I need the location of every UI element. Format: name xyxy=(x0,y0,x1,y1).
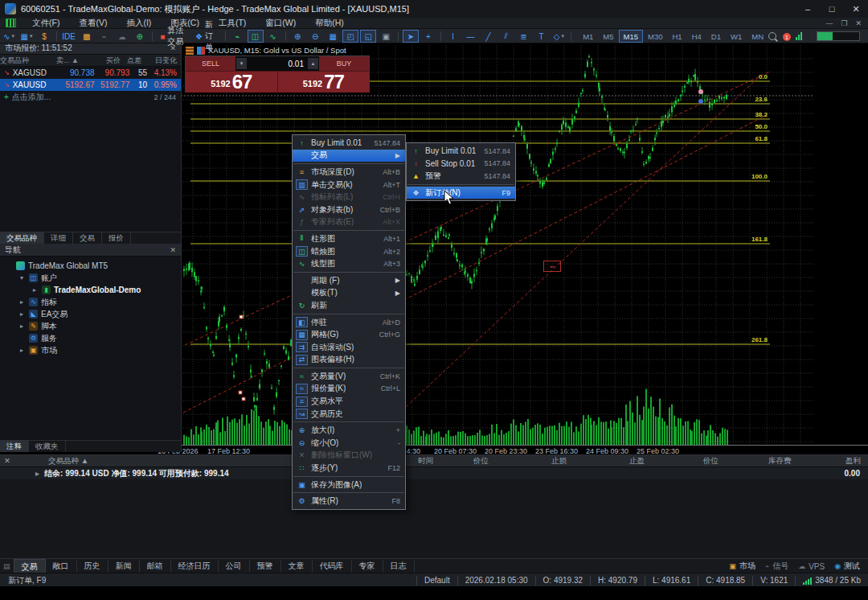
toolbox-column-止损[interactable]: 止损 xyxy=(551,456,567,466)
menu-item-图表偏移(H)[interactable]: ⇄图表偏移(H) xyxy=(293,354,405,367)
expand-icon[interactable]: ▸ xyxy=(18,298,26,306)
toolbox-tab-公司[interactable]: 公司 xyxy=(219,560,250,573)
quotes-button[interactable]: ◫ xyxy=(248,30,264,43)
zoom-in-button[interactable]: ⊕ xyxy=(289,30,305,43)
sell-price[interactable]: 5192 67 xyxy=(186,72,277,92)
crosshair-button[interactable]: + xyxy=(420,30,436,43)
timeframe-H4[interactable]: H4 xyxy=(687,30,706,43)
chart-area[interactable]: XAUUSD, M15: Gold vs US Dollar / Spot SE… xyxy=(181,42,868,455)
collapse-icon[interactable]: ▾ xyxy=(18,274,26,282)
arrange-window-button[interactable]: ◰ xyxy=(342,30,358,43)
menu-item-停驻[interactable]: ◧停驻Alt+D xyxy=(293,316,405,329)
fibonacci-button[interactable]: ≣ xyxy=(515,30,531,43)
navigator-item-TradeMax Global MT5[interactable]: TradeMax Global MT5 xyxy=(0,260,181,272)
toolbox-tab-交易[interactable]: 交易 xyxy=(14,559,46,573)
cursor-button[interactable]: ➤ xyxy=(403,30,419,43)
menu-文件(F)[interactable]: 文件(F) xyxy=(23,18,69,29)
toolbox-tab-邮箱[interactable]: 邮箱 xyxy=(140,560,171,573)
menu-item-柱形图[interactable]: ⫴柱形图Alt+1 xyxy=(293,232,405,245)
depth-chart-button[interactable]: ∿ xyxy=(265,30,281,43)
chart-object-label[interactable]: ▪▪ xyxy=(543,261,561,272)
community-button[interactable]: ⊕ xyxy=(132,30,148,43)
menu-查看(V)[interactable]: 查看(V) xyxy=(69,18,117,29)
toolbox-tab-代码库[interactable]: 代码库 xyxy=(313,560,352,573)
utility-button-VPS[interactable]: ☁VPS xyxy=(798,562,825,571)
new-order-button[interactable]: ❖新订单 xyxy=(191,30,221,43)
expand-icon[interactable]: ▸ xyxy=(18,310,26,318)
minimize-button[interactable]: – xyxy=(796,0,820,18)
toolbox-column-库存费[interactable]: 库存费 xyxy=(768,456,792,466)
menu-item-属性(R)[interactable]: ⚙属性(R)F8 xyxy=(293,495,405,508)
menu-item-交易水平[interactable]: ≡交易水平 xyxy=(293,395,405,408)
tick-chart-button[interactable]: ⌁ xyxy=(230,30,246,43)
menu-item-缩小(O)[interactable]: ⊖缩小(O)- xyxy=(293,437,405,450)
menu-item-指标列表(L)[interactable]: ∿指标列表(L)Ctrl+I xyxy=(293,191,405,203)
close-button[interactable]: ✕ xyxy=(844,0,868,18)
menu-item-网格(G)[interactable]: ▦网格(G)Ctrl+G xyxy=(293,328,405,341)
one-click-trading-icon[interactable] xyxy=(197,47,205,55)
menu-item-Buy Limit 0.01[interactable]: ↑Buy Limit 0.015147.84 xyxy=(293,137,405,150)
navigator-item-服务[interactable]: ⚙服务 xyxy=(0,332,181,344)
timeframe-M1[interactable]: M1 xyxy=(578,30,598,43)
dock-handle-icon[interactable]: ▤ xyxy=(0,562,14,570)
sell-button[interactable]: SELL xyxy=(186,56,235,71)
timeframe-MN[interactable]: MN xyxy=(747,30,768,43)
utility-button-信号[interactable]: ⌁信号 xyxy=(765,561,788,572)
lock-icon[interactable]: ▩ xyxy=(79,30,95,43)
menu-item-删除指标窗口(W)[interactable]: ✕删除指标窗口(W) xyxy=(293,450,405,462)
navigator-item-TradeMaxGlobal-Demo[interactable]: ▸▮TradeMaxGlobal-Demo xyxy=(0,284,181,296)
market-watch-tab-详细[interactable]: 详细 xyxy=(44,232,73,244)
toolbox-column-价位[interactable]: 价位 xyxy=(703,456,719,466)
market-watch-columns[interactable]: 交易品种卖... ▲买价点差日变化 xyxy=(0,55,181,67)
horizontal-line-button[interactable]: — xyxy=(462,30,478,43)
signal-icon[interactable]: ⌁ xyxy=(96,30,113,43)
screenshot-button[interactable]: ▣ xyxy=(378,30,394,43)
menu-帮助(H)[interactable]: 帮助(H) xyxy=(305,18,354,29)
volume-decrease-button[interactable]: ▾ xyxy=(236,58,247,69)
navigator-item-指标[interactable]: ▸∿指标 xyxy=(0,296,181,308)
toolbox-tab-历史[interactable]: 历史 xyxy=(77,560,108,573)
menu-item-模板(T)[interactable]: 模板(T)▶ xyxy=(293,287,405,300)
symbols-button[interactable]: $ xyxy=(36,30,52,43)
cascade-window-button[interactable]: ◱ xyxy=(360,30,376,43)
market-watch-row-XAGUSD[interactable]: ↘XAGUSD90.73890.793554.13% xyxy=(0,67,181,79)
channel-button[interactable]: ⫽ xyxy=(497,30,514,43)
menu-item-交易历史[interactable]: ↝交易历史 xyxy=(293,408,405,421)
column-header[interactable]: 卖... ▲ xyxy=(29,55,79,66)
search-icon[interactable] xyxy=(768,32,776,40)
toolbox-tab-经济日历[interactable]: 经济日历 xyxy=(171,560,219,573)
new-chart-button[interactable]: ∿▾ xyxy=(1,30,17,43)
expand-icon[interactable]: ▸ xyxy=(18,347,26,354)
toolbox-tab-新闻[interactable]: 新闻 xyxy=(108,560,140,573)
utility-button-测试[interactable]: ◉测试 xyxy=(834,561,860,572)
menu-item-Buy Limit 0.01[interactable]: ↑Buy Limit 0.015147.84 xyxy=(407,145,515,158)
menu-item-保存为图像(A)[interactable]: ▣保存为图像(A) xyxy=(293,479,405,491)
column-header[interactable]: 点差 xyxy=(121,55,141,66)
vertical-line-button[interactable]: ǀ xyxy=(444,30,461,43)
buy-price[interactable]: 5192 77 xyxy=(278,72,370,92)
child-close-button[interactable]: ✕ xyxy=(855,19,862,27)
metaeditor-button[interactable]: IDE xyxy=(61,30,77,43)
toolbox-column-止盈[interactable]: 止盈 xyxy=(629,456,645,466)
column-header[interactable]: 交易品种 xyxy=(0,55,29,66)
toolbox-column-盈利[interactable]: 盈利 xyxy=(845,456,861,466)
market-watch-tab-交易品种[interactable]: 交易品种 xyxy=(0,232,44,244)
navigator-item-市场[interactable]: ▸▣市场 xyxy=(0,344,181,356)
profiles-button[interactable]: ▦▾ xyxy=(18,30,35,43)
toolbox-tab-专家[interactable]: 专家 xyxy=(352,560,383,573)
toolbox-tab-文章[interactable]: 文章 xyxy=(281,560,313,573)
expand-icon[interactable]: ▸ xyxy=(18,323,26,330)
toolbox-tab-预警[interactable]: 预警 xyxy=(250,560,281,573)
column-header[interactable]: 买价 xyxy=(79,55,121,66)
menu-item-线型图[interactable]: ∿线型图Alt+3 xyxy=(293,257,405,270)
close-icon[interactable]: ✕ xyxy=(4,456,10,465)
menu-item-交易量(V)[interactable]: ≈交易量(V)Ctrl+K xyxy=(293,370,405,383)
menu-item-刷新[interactable]: ↻刷新 xyxy=(293,299,405,312)
navigator-item-账户[interactable]: ▾◫账户 xyxy=(0,272,181,284)
maximize-button[interactable]: □ xyxy=(820,0,844,18)
market-watch-row-XAUUSD[interactable]: ↘XAUUSD5192.675192.77100.95% xyxy=(0,79,181,91)
timeframe-D1[interactable]: D1 xyxy=(706,30,726,43)
child-minimize-button[interactable]: — xyxy=(825,19,833,27)
child-restore-button[interactable]: ❐ xyxy=(841,19,847,27)
navigator-item-脚本[interactable]: ▸✎脚本 xyxy=(0,320,181,332)
